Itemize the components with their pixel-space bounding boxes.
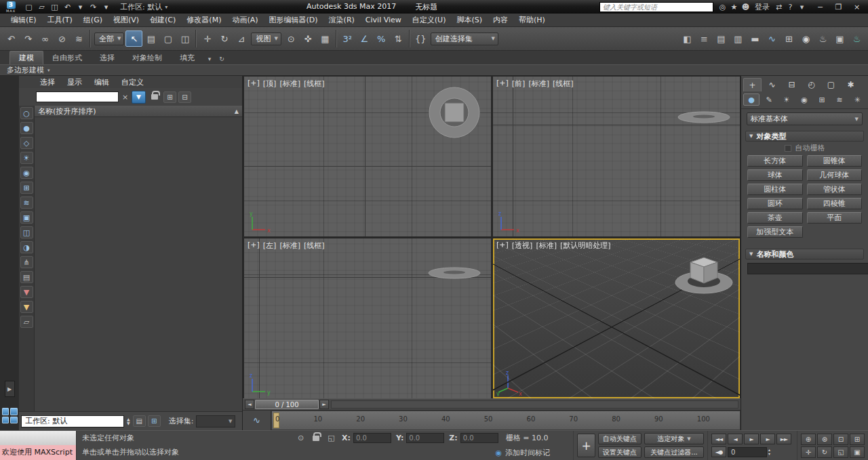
viewport-top[interactable]: [+][顶][标准][线框] x y: [244, 77, 491, 236]
utilities-tab-icon[interactable]: ✱: [842, 78, 860, 91]
y-coordinate-field[interactable]: [406, 433, 444, 443]
undo-dropdown-arrow-icon[interactable]: ▾: [74, 1, 87, 13]
zoom-extents-all-icon[interactable]: ⊞: [850, 434, 865, 445]
explorer-menu-edit[interactable]: 编辑: [88, 76, 115, 89]
menu-animation[interactable]: 动画(A): [226, 14, 263, 26]
use-pivot-center-icon[interactable]: ⊙: [283, 30, 300, 47]
3ds-max-logo-icon[interactable]: 3 MAX: [2, 1, 20, 13]
scene-explorer-toggle-icon[interactable]: ▥: [730, 30, 747, 47]
viewport-label-segment[interactable]: [标准]: [528, 79, 549, 89]
frame-spinner[interactable]: ▴▾: [768, 448, 770, 456]
render-production-icon[interactable]: ♨: [848, 30, 865, 47]
selection-set-dropdown[interactable]: ▼: [196, 415, 235, 427]
bind-to-space-warp-icon[interactable]: ≋: [71, 30, 87, 47]
lights-category-icon[interactable]: ☀: [778, 93, 795, 106]
pyramid-button[interactable]: 四棱锥: [807, 198, 863, 209]
viewport-label-segment[interactable]: [标准]: [279, 241, 300, 251]
angle-snap-icon[interactable]: ∠: [356, 30, 373, 47]
filter-selection-icon[interactable]: ▼: [20, 301, 33, 313]
help-dropdown-arrow-icon[interactable]: ▾: [796, 3, 808, 12]
lock-explorer-icon[interactable]: [151, 94, 158, 100]
menu-group[interactable]: 组(G): [78, 14, 108, 26]
clear-search-icon[interactable]: ×: [121, 93, 130, 102]
list-layout-icon[interactable]: ⊟: [178, 91, 191, 103]
select-and-manipulate-icon[interactable]: ✜: [300, 30, 317, 47]
rectangular-selection-icon[interactable]: ▢: [159, 30, 176, 47]
select-and-move-icon[interactable]: ✛: [199, 30, 216, 47]
menu-modifiers[interactable]: 修改器(M): [181, 14, 226, 26]
name-color-rollout-header[interactable]: ▼ 名称和颜色: [745, 249, 864, 259]
explorer-menu-display[interactable]: 显示: [61, 76, 88, 89]
redo-dropdown-arrow-icon[interactable]: ▾: [100, 1, 113, 13]
helpers-category-icon[interactable]: ⊞: [814, 93, 830, 106]
cylinder-button[interactable]: 圆柱体: [747, 184, 803, 195]
rendered-frame-window-icon[interactable]: ▣: [831, 30, 848, 47]
menu-help[interactable]: 帮助(H): [513, 14, 551, 26]
save-file-icon[interactable]: ◫: [48, 1, 61, 13]
menu-scripting[interactable]: 脚本(S): [451, 14, 488, 26]
display-helpers-icon[interactable]: ⊞: [20, 182, 33, 194]
new-scene-icon[interactable]: ▢: [22, 1, 35, 13]
field-of-view-icon[interactable]: ◱: [833, 446, 848, 458]
mirror-icon[interactable]: ◧: [679, 30, 696, 47]
orbit-icon[interactable]: ↻: [817, 446, 832, 458]
primitive-category-dropdown[interactable]: 标准基本体 ▼: [747, 112, 863, 125]
percent-snap-icon[interactable]: %: [373, 30, 390, 47]
keyboard-override-icon[interactable]: ▦: [317, 30, 334, 47]
ribbon-tab-freeform[interactable]: 自由形式: [43, 51, 91, 64]
go-to-end-icon[interactable]: ►►: [776, 434, 791, 444]
search-filter-icon[interactable]: ▼: [132, 91, 146, 104]
layer-list-icon[interactable]: ▤: [133, 415, 146, 427]
workspace-selector[interactable]: 工作区: 默认 ▾: [117, 1, 171, 13]
display-space-warps-icon[interactable]: ≋: [20, 196, 33, 209]
tube-button[interactable]: 管状体: [807, 184, 863, 195]
display-xrefs-icon[interactable]: ◫: [20, 226, 33, 238]
current-frame-field[interactable]: [728, 447, 767, 457]
select-by-name-icon[interactable]: ▤: [142, 30, 159, 47]
viewport-label-segment[interactable]: [线框]: [304, 241, 325, 251]
display-shapes-icon[interactable]: ◇: [20, 137, 33, 149]
display-groups-icon[interactable]: ▣: [20, 211, 33, 224]
maxscript-macro-row[interactable]: 欢迎使用 MAXScript: [0, 445, 76, 460]
isolate-selection-icon[interactable]: ⊙: [295, 433, 307, 444]
unlink-selection-icon[interactable]: ⊘: [54, 30, 71, 47]
named-selection-sets-dropdown[interactable]: 创建选择集 ▼: [431, 33, 498, 45]
auto-key-button[interactable]: 自动关键点: [598, 433, 642, 444]
ribbon-tab-populate[interactable]: 填充: [171, 51, 203, 64]
torus-front-view[interactable]: [675, 110, 732, 125]
zoom-all-icon[interactable]: ⊛: [817, 434, 832, 445]
ribbon-cycle-icon[interactable]: ↻: [216, 56, 228, 64]
undo-icon[interactable]: ↶: [3, 30, 20, 47]
search-icon[interactable]: ◎: [717, 3, 728, 12]
plane-button[interactable]: 平面: [807, 212, 863, 224]
geometry-category-icon[interactable]: ●: [743, 93, 760, 106]
redo-icon[interactable]: ↷: [20, 30, 37, 47]
large-plus-button[interactable]: +: [577, 434, 595, 457]
snap-toggle-3d-icon[interactable]: 3²: [339, 30, 356, 47]
polygon-modeling-panel[interactable]: 多边形建模: [7, 65, 44, 75]
redo-icon[interactable]: ↷: [87, 1, 100, 13]
viewport-label-segment[interactable]: [+]: [496, 79, 509, 89]
menu-edit[interactable]: 编辑(E): [5, 14, 42, 26]
pick-container-icon[interactable]: ▱: [20, 316, 33, 328]
workspace-spinner[interactable]: ▲▼: [127, 417, 130, 425]
select-and-scale-icon[interactable]: ⊿: [233, 30, 250, 47]
selection-filter-dropdown[interactable]: 全部 ▼: [94, 33, 124, 45]
viewport-label-segment[interactable]: [+]: [496, 241, 509, 251]
search-input[interactable]: [600, 3, 713, 11]
viewport-label-segment[interactable]: [线框]: [553, 79, 574, 89]
curve-editor-icon[interactable]: ∿: [764, 30, 781, 47]
modify-tab-icon[interactable]: ∿: [763, 78, 781, 91]
viewport-label-segment[interactable]: [标准]: [279, 79, 300, 89]
ribbon-tab-modeling[interactable]: 建模: [9, 51, 43, 64]
minimize-button[interactable]: ─: [811, 1, 829, 13]
display-materials-icon[interactable]: ◑: [20, 241, 33, 253]
torus-button[interactable]: 圆环: [747, 198, 803, 209]
sign-in-link[interactable]: 登录: [755, 2, 770, 12]
ribbon-minimize-icon[interactable]: ▾: [203, 56, 216, 64]
ribbon-toggle-icon[interactable]: ▬: [747, 30, 764, 47]
edit-named-selection-sets-icon[interactable]: {}: [412, 30, 429, 47]
zoom-icon[interactable]: ⊕: [801, 434, 816, 445]
viewport-label-segment[interactable]: [标准]: [536, 241, 557, 251]
key-mode-toggle-icon[interactable]: ◄●: [711, 446, 726, 457]
